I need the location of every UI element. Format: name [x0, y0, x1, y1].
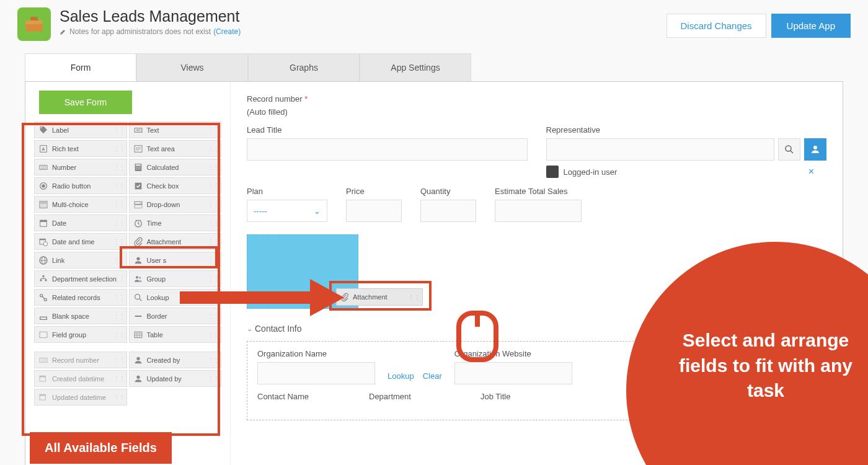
tab-views[interactable]: Views: [136, 53, 248, 81]
field-department[interactable]: Department selection⋮⋮: [34, 270, 127, 287]
field-fieldgroup[interactable]: Field group⋮⋮: [34, 326, 127, 343]
price-label: Price: [346, 187, 402, 196]
field-rich-text[interactable]: ARich text⋮⋮: [34, 140, 127, 157]
field-created-by[interactable]: Created by⋮⋮: [129, 352, 222, 368]
svg-text:123: 123: [41, 359, 46, 362]
svg-point-42: [42, 275, 44, 277]
job-title-label: Job Title: [480, 392, 580, 401]
field-user[interactable]: User s⋮⋮: [129, 252, 222, 268]
svg-point-68: [786, 146, 791, 151]
lookup-link[interactable]: Lookup: [388, 371, 414, 381]
svg-point-15: [136, 167, 136, 167]
svg-point-37: [43, 242, 48, 246]
svg-rect-64: [40, 376, 45, 377]
svg-text:123: 123: [41, 166, 46, 169]
tab-form[interactable]: Form: [25, 53, 136, 81]
field-time[interactable]: Time⋮⋮: [129, 215, 222, 231]
user-picker-icon[interactable]: [804, 138, 826, 161]
field-number[interactable]: 123Number⋮⋮: [34, 159, 127, 175]
update-button[interactable]: Update App: [771, 14, 851, 38]
app-notes: Notes for app administrators does not ex…: [60, 27, 241, 36]
tab-settings[interactable]: App Settings: [360, 53, 471, 81]
field-group[interactable]: Group⋮⋮: [129, 270, 222, 287]
svg-point-19: [138, 169, 138, 169]
field-calculated[interactable]: Calculated⋮⋮: [129, 159, 222, 175]
svg-rect-2: [26, 20, 43, 24]
contact-name-label: Contact Name: [257, 392, 356, 401]
lead-title-input[interactable]: [247, 138, 528, 161]
field-radio[interactable]: Radio button⋮⋮: [34, 177, 127, 194]
discard-button[interactable]: Discard Changes: [666, 14, 766, 38]
plan-label: Plan: [247, 187, 327, 196]
field-record-number[interactable]: 123Record number⋮⋮: [34, 352, 127, 368]
tab-bar: Form Views Graphs App Settings: [25, 53, 868, 81]
svg-text:A: A: [42, 146, 45, 151]
svg-point-65: [136, 375, 140, 378]
svg-point-70: [813, 146, 817, 149]
field-datetime[interactable]: Date and time⋮⋮: [34, 233, 127, 250]
plan-select[interactable]: -----⌄: [247, 200, 327, 222]
avatar-icon: [546, 166, 559, 178]
org-website-label: Organization Website: [454, 349, 572, 358]
record-number-value: (Auto filled): [247, 107, 826, 117]
price-input[interactable]: [346, 200, 402, 222]
field-border[interactable]: Border⋮⋮: [129, 308, 222, 324]
svg-point-45: [136, 276, 138, 278]
svg-point-41: [136, 257, 140, 260]
svg-point-16: [138, 167, 138, 167]
svg-point-22: [42, 184, 45, 187]
field-checkbox[interactable]: Check box⋮⋮: [129, 177, 222, 194]
representative-label: Representative: [546, 125, 827, 135]
field-dropdown[interactable]: Drop-down⋮⋮: [129, 196, 222, 213]
svg-line-51: [140, 299, 141, 301]
quantity-input[interactable]: [420, 200, 476, 222]
field-text[interactable]: ABCText⋮⋮: [129, 122, 222, 138]
estimate-input[interactable]: [495, 200, 582, 222]
estimate-label: Estimate Total Sales: [495, 187, 582, 196]
department-label: Department: [369, 392, 468, 401]
app-title: Sales Leads Management: [60, 7, 241, 25]
svg-rect-31: [40, 220, 47, 222]
field-created-datetime[interactable]: Created datetime⋮⋮: [34, 370, 127, 387]
dragged-attachment-item: Attachment ⋮⋮: [336, 288, 423, 306]
field-updated-datetime[interactable]: Updated datetime⋮⋮: [34, 389, 127, 405]
org-website-input[interactable]: [454, 362, 572, 384]
svg-rect-23: [135, 182, 141, 189]
field-lookup[interactable]: Lookup⋮⋮: [129, 289, 222, 306]
field-updated-by[interactable]: Updated by⋮⋮: [129, 370, 222, 387]
svg-point-18: [136, 169, 136, 169]
field-attachment[interactable]: Attachment⋮⋮: [129, 233, 222, 250]
remove-user-icon[interactable]: ×: [808, 166, 814, 177]
chevron-down-icon: ⌄: [247, 325, 252, 333]
field-link[interactable]: Link⋮⋮: [34, 252, 127, 268]
app-icon: [17, 7, 51, 41]
svg-rect-67: [40, 394, 45, 396]
svg-point-50: [135, 294, 140, 299]
lead-title-label: Lead Title: [247, 125, 528, 135]
field-text-area[interactable]: Text area⋮⋮: [129, 140, 222, 157]
svg-line-49: [42, 296, 45, 299]
field-multi-choice[interactable]: Multi-choice⋮⋮: [34, 196, 127, 213]
svg-point-46: [139, 277, 141, 278]
org-name-input[interactable]: [257, 362, 375, 384]
search-icon[interactable]: [778, 138, 800, 161]
field-related[interactable]: Related records⋮⋮: [34, 289, 127, 306]
svg-rect-14: [136, 164, 141, 166]
svg-point-44: [45, 279, 46, 281]
tab-graphs[interactable]: Graphs: [248, 53, 360, 81]
app-header: Sales Leads Management Notes for app adm…: [0, 0, 868, 41]
svg-rect-29: [135, 205, 142, 208]
annotation-palette-label: All Available Fields: [30, 432, 172, 464]
field-table[interactable]: Table⋮⋮: [129, 326, 222, 343]
field-date[interactable]: Date⋮⋮: [34, 215, 127, 231]
svg-point-17: [140, 167, 140, 167]
representative-input[interactable]: [546, 138, 775, 161]
svg-rect-52: [40, 317, 47, 319]
field-label[interactable]: Label⋮⋮: [34, 122, 127, 138]
create-notes-link[interactable]: (Create): [213, 27, 241, 36]
svg-rect-55: [135, 332, 142, 337]
save-form-button[interactable]: Save Form: [39, 91, 132, 114]
clear-link[interactable]: Clear: [423, 371, 442, 381]
field-blank[interactable]: Blank space⋮⋮: [34, 308, 127, 324]
svg-rect-54: [40, 332, 47, 337]
